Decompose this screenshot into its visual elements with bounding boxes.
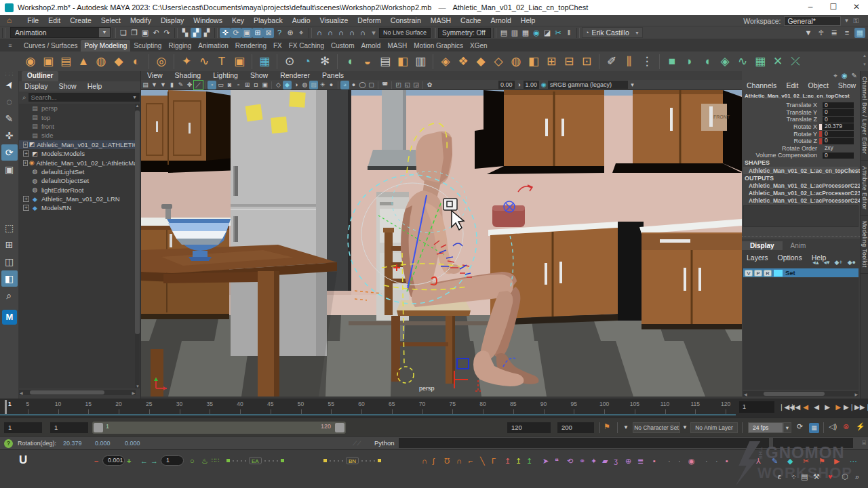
bookmark-icon[interactable]: ▮ bbox=[167, 81, 176, 89]
layer-move-up-icon[interactable]: ◂▴ bbox=[812, 259, 818, 266]
snap-grid-icon[interactable]: ⊞ bbox=[252, 28, 263, 38]
character-set-menu[interactable]: No Character Set bbox=[633, 422, 680, 433]
menu-arnold[interactable]: Arnold bbox=[486, 15, 515, 26]
gate-mask-icon[interactable]: ▫ bbox=[234, 81, 243, 89]
rotate-tool-icon[interactable]: ⟳ bbox=[231, 28, 241, 38]
shelf-tab-rigging[interactable]: Rigging bbox=[165, 40, 195, 52]
colorspace-menu[interactable]: sRGB gamma (legacy) bbox=[548, 81, 628, 89]
expand-icon[interactable]: + bbox=[23, 160, 28, 166]
render-ipr-icon[interactable]: ▦ bbox=[520, 28, 531, 38]
chevron-down-icon[interactable]: ▼ bbox=[99, 28, 110, 37]
magnet-plane-icon[interactable]: ∩ bbox=[347, 28, 357, 38]
shelf-tab-rendering[interactable]: Rendering bbox=[232, 40, 270, 52]
outliner-item[interactable]: ▤front bbox=[19, 122, 136, 131]
channel-row[interactable]: Rotate Orderzxy bbox=[742, 145, 860, 152]
exposure-toggle-icon[interactable]: ▢ bbox=[367, 81, 376, 89]
menu-cache[interactable]: Cache bbox=[456, 15, 486, 26]
expand-icon[interactable]: + bbox=[23, 150, 29, 157]
poly-torus-icon[interactable]: ◍ bbox=[92, 53, 110, 70]
curve-warp-icon[interactable]: ∿ bbox=[195, 53, 213, 70]
layer-tab-display[interactable]: Display bbox=[742, 241, 783, 250]
x-icon[interactable]: ✕ bbox=[769, 53, 787, 70]
lasso-tool-icon[interactable]: ◌ bbox=[1, 94, 18, 110]
subdiv-icon[interactable]: ⊞ bbox=[542, 53, 560, 70]
expand-icon[interactable]: + bbox=[23, 142, 28, 148]
render-seq-icon[interactable]: ◪ bbox=[542, 28, 553, 38]
use-lights-icon[interactable]: ◍ bbox=[300, 81, 309, 89]
bookmark-icon[interactable]: ⚑ bbox=[604, 422, 610, 431]
isolate-icon[interactable]: ◚ bbox=[380, 81, 389, 89]
viewport-menu-renderer[interactable]: Renderer bbox=[274, 71, 316, 80]
snap-cursor-icon[interactable]: ⌖ bbox=[296, 28, 307, 38]
symmetry-field[interactable]: Symmetry: Off bbox=[438, 28, 491, 38]
resize-grip[interactable]: ⟋⟋ bbox=[353, 440, 361, 447]
boolean-union-icon[interactable]: ◆ bbox=[472, 53, 490, 70]
outliner-item[interactable]: +◆ModelsRN bbox=[19, 203, 136, 212]
scale-tool-icon[interactable]: ▣ bbox=[241, 28, 252, 38]
layout-single-icon[interactable]: ⬚ bbox=[1, 220, 18, 236]
channel-menu-edit[interactable]: Edit bbox=[781, 81, 803, 90]
exposure-field[interactable]: 0.00 bbox=[498, 81, 515, 89]
undo-icon[interactable]: ↶ bbox=[151, 28, 161, 38]
menu-playback[interactable]: Playback bbox=[249, 15, 288, 26]
viewport-menu-lighting[interactable]: Lighting bbox=[207, 71, 244, 80]
channel-row[interactable]: Translate Z0 bbox=[742, 116, 860, 123]
grease-frame-icon[interactable]: ▪ bbox=[208, 81, 216, 89]
channel-row[interactable]: Rotate Y0 bbox=[742, 130, 860, 138]
layer-menu-layers[interactable]: Layers bbox=[742, 253, 773, 262]
chevron-down-icon[interactable]: ▼ bbox=[682, 424, 688, 430]
gamma-icon[interactable]: ◉ bbox=[539, 81, 548, 89]
layer-playback-toggle[interactable]: P bbox=[754, 270, 762, 277]
contrast-icon[interactable]: ◑ bbox=[515, 81, 524, 89]
layout-split-icon[interactable]: ◫ bbox=[1, 253, 18, 270]
viewport-menu-show[interactable]: Show bbox=[244, 71, 274, 80]
channel-value-field[interactable]: 0 bbox=[823, 152, 854, 159]
animation-end-field[interactable]: 200 bbox=[557, 422, 594, 433]
shape-row[interactable]: Athletic_Man_v01_02_L:ac_cn_topChestShap… bbox=[743, 167, 859, 174]
outliner-item[interactable]: +◩Athletic_Man_v01_02_L:ATHLETIC_MA bbox=[19, 140, 136, 149]
output-node[interactable]: Athletic_Man_v01_02_L:acProcessorC22 bbox=[749, 182, 860, 189]
expand-icon[interactable]: + bbox=[23, 205, 29, 211]
select-object-icon[interactable]: ▞ bbox=[191, 28, 201, 38]
outliner-hscrollbar[interactable]: ◀▶ bbox=[19, 390, 136, 395]
bevel-icon[interactable]: ⋮ bbox=[638, 53, 656, 70]
help-icon[interactable]: ? bbox=[4, 439, 13, 448]
screen-ao-icon[interactable]: ☀ bbox=[318, 81, 327, 89]
shaded-icon[interactable]: ◆ bbox=[283, 81, 292, 89]
grid-c-icon[interactable]: ▥ bbox=[412, 53, 429, 70]
grid-live-icon[interactable]: ▦ bbox=[751, 53, 769, 70]
viewport-menu-view[interactable]: View bbox=[141, 71, 169, 80]
range-handle-left[interactable] bbox=[94, 423, 103, 432]
outliner-item[interactable]: ◍defaultObjectSet bbox=[19, 176, 136, 185]
magnet-grid-icon[interactable]: ∩ bbox=[314, 28, 325, 38]
channel-row[interactable]: Rotate Z0 bbox=[742, 138, 860, 145]
chevron-down-icon[interactable]: ▼ bbox=[130, 93, 140, 102]
viewport-scene[interactable]: FRONT bbox=[141, 90, 742, 396]
menu-create[interactable]: Create bbox=[65, 15, 96, 26]
menu-mash[interactable]: MASH bbox=[426, 15, 456, 26]
expand-icon[interactable]: + bbox=[23, 196, 29, 202]
channel-value-field[interactable]: 0 bbox=[823, 138, 854, 144]
chevron-down-icon[interactable]: ▾ bbox=[628, 81, 637, 89]
side-tab-channel-box-layer-editor[interactable]: Channel Box / Layer Editor bbox=[861, 71, 868, 161]
character-controls-toggle-icon[interactable]: ♱ bbox=[816, 28, 827, 38]
anim-layer-menu[interactable]: No Anim Layer bbox=[690, 422, 738, 433]
poly-sphere-icon[interactable]: ◉ bbox=[22, 53, 39, 70]
outliner-menu-show[interactable]: Show bbox=[53, 81, 81, 92]
record-icon[interactable]: ⊗ bbox=[843, 422, 849, 431]
cube-live-icon[interactable]: ◈ bbox=[716, 53, 734, 70]
rig-tools-icon[interactable]: ⚒ bbox=[813, 472, 820, 481]
menu-help[interactable]: Help bbox=[516, 15, 540, 26]
shelf-scroll-down-icon[interactable]: ▼ bbox=[861, 60, 868, 69]
svg-tool-icon[interactable]: ▣ bbox=[231, 53, 248, 70]
channel-box-toggle-icon[interactable]: ≣ bbox=[829, 28, 840, 38]
combine-icon[interactable]: ◈ bbox=[437, 53, 454, 70]
attribute-editor-toggle-icon[interactable]: ≡ bbox=[842, 28, 852, 38]
layout-outliner-icon[interactable]: ◧ bbox=[1, 270, 18, 287]
channel-value-field[interactable]: 0 bbox=[823, 109, 854, 116]
shelf-tab-poly-modeling[interactable]: Poly Modeling bbox=[81, 40, 130, 52]
scale-tool-icon[interactable]: ▣ bbox=[1, 161, 18, 178]
auto-key-icon[interactable]: ▦ bbox=[809, 423, 819, 433]
xray-active-icon[interactable]: ◯ bbox=[358, 81, 367, 89]
viewport-menu-shading[interactable]: Shading bbox=[169, 71, 208, 80]
